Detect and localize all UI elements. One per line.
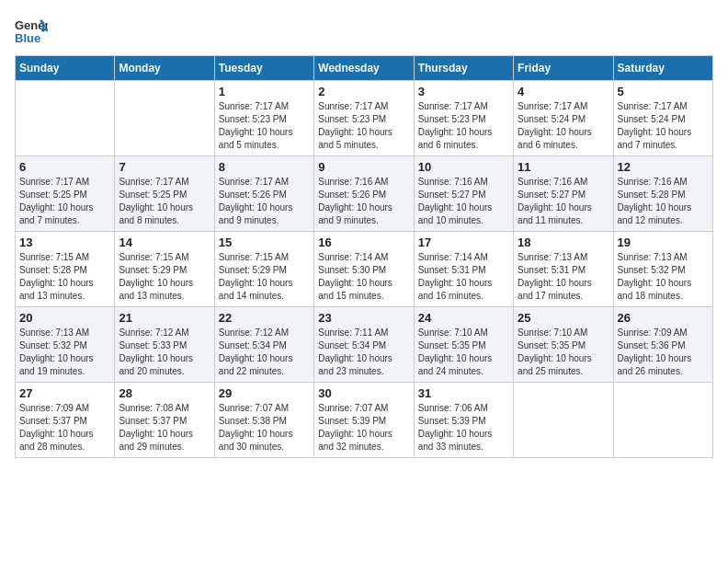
day-number: 16 (318, 236, 409, 249)
day-number: 7 (119, 160, 210, 174)
day-number: 6 (19, 160, 110, 174)
day-cell: 25Sunrise: 7:10 AMSunset: 5:35 PMDayligh… (514, 307, 613, 383)
day-info: Sunrise: 7:07 AMSunset: 5:38 PMDaylight:… (219, 402, 310, 454)
day-number: 12 (618, 160, 709, 174)
day-info: Sunrise: 7:15 AMSunset: 5:29 PMDaylight:… (119, 251, 210, 303)
week-row-2: 6Sunrise: 7:17 AMSunset: 5:25 PMDaylight… (16, 156, 713, 232)
day-info: Sunrise: 7:09 AMSunset: 5:36 PMDaylight:… (618, 327, 709, 378)
day-info: Sunrise: 7:12 AMSunset: 5:34 PMDaylight:… (219, 327, 310, 378)
day-cell: 1Sunrise: 7:17 AMSunset: 5:23 PMDaylight… (214, 81, 313, 156)
day-cell (514, 383, 613, 458)
day-cell: 13Sunrise: 7:15 AMSunset: 5:28 PMDayligh… (16, 232, 115, 307)
day-info: Sunrise: 7:09 AMSunset: 5:37 PMDaylight:… (19, 402, 110, 454)
week-row-3: 13Sunrise: 7:15 AMSunset: 5:28 PMDayligh… (16, 232, 713, 307)
day-number: 1 (219, 85, 310, 98)
week-row-5: 27Sunrise: 7:09 AMSunset: 5:37 PMDayligh… (16, 383, 713, 458)
day-cell: 11Sunrise: 7:16 AMSunset: 5:27 PMDayligh… (514, 156, 613, 232)
day-number: 21 (119, 311, 210, 325)
day-cell: 18Sunrise: 7:13 AMSunset: 5:31 PMDayligh… (514, 232, 613, 307)
day-number: 24 (418, 311, 509, 325)
day-number: 13 (19, 236, 110, 249)
day-number: 11 (518, 160, 609, 174)
day-cell: 15Sunrise: 7:15 AMSunset: 5:29 PMDayligh… (214, 232, 313, 307)
day-info: Sunrise: 7:15 AMSunset: 5:29 PMDaylight:… (219, 251, 310, 303)
week-row-4: 20Sunrise: 7:13 AMSunset: 5:32 PMDayligh… (16, 307, 713, 383)
day-cell: 14Sunrise: 7:15 AMSunset: 5:29 PMDayligh… (115, 232, 214, 307)
day-number: 18 (518, 236, 609, 249)
day-number: 27 (19, 386, 110, 400)
day-info: Sunrise: 7:17 AMSunset: 5:24 PMDaylight:… (618, 100, 709, 152)
day-number: 26 (618, 311, 709, 325)
day-cell: 29Sunrise: 7:07 AMSunset: 5:38 PMDayligh… (214, 383, 313, 458)
day-info: Sunrise: 7:17 AMSunset: 5:25 PMDaylight:… (19, 176, 110, 227)
weekday-header-wednesday: Wednesday (314, 56, 414, 81)
day-number: 23 (318, 311, 409, 325)
weekday-header-row: SundayMondayTuesdayWednesdayThursdayFrid… (16, 56, 713, 81)
day-cell: 30Sunrise: 7:07 AMSunset: 5:39 PMDayligh… (314, 383, 414, 458)
day-number: 22 (219, 311, 310, 325)
day-cell: 26Sunrise: 7:09 AMSunset: 5:36 PMDayligh… (613, 307, 712, 383)
day-number: 4 (518, 85, 609, 98)
day-number: 29 (219, 386, 310, 400)
day-number: 14 (119, 236, 210, 249)
day-cell: 10Sunrise: 7:16 AMSunset: 5:27 PMDayligh… (414, 156, 513, 232)
header: General Blue (15, 15, 713, 52)
day-info: Sunrise: 7:17 AMSunset: 5:23 PMDaylight:… (219, 100, 310, 152)
weekday-header-monday: Monday (115, 56, 214, 81)
day-number: 25 (518, 311, 609, 325)
day-info: Sunrise: 7:15 AMSunset: 5:28 PMDaylight:… (19, 251, 110, 303)
day-number: 9 (318, 160, 409, 174)
day-cell: 22Sunrise: 7:12 AMSunset: 5:34 PMDayligh… (214, 307, 313, 383)
day-info: Sunrise: 7:16 AMSunset: 5:28 PMDaylight:… (618, 176, 709, 227)
day-number: 19 (618, 236, 709, 249)
day-cell: 27Sunrise: 7:09 AMSunset: 5:37 PMDayligh… (16, 383, 115, 458)
day-cell: 19Sunrise: 7:13 AMSunset: 5:32 PMDayligh… (613, 232, 712, 307)
week-row-1: 1Sunrise: 7:17 AMSunset: 5:23 PMDaylight… (16, 81, 713, 156)
day-number: 31 (418, 386, 509, 400)
weekday-header-friday: Friday (514, 56, 613, 81)
day-info: Sunrise: 7:17 AMSunset: 5:25 PMDaylight:… (119, 176, 210, 227)
day-cell: 24Sunrise: 7:10 AMSunset: 5:35 PMDayligh… (414, 307, 513, 383)
day-info: Sunrise: 7:12 AMSunset: 5:33 PMDaylight:… (119, 327, 210, 378)
day-number: 17 (418, 236, 509, 249)
day-cell: 3Sunrise: 7:17 AMSunset: 5:23 PMDaylight… (414, 81, 513, 156)
day-cell: 7Sunrise: 7:17 AMSunset: 5:25 PMDaylight… (115, 156, 214, 232)
day-cell: 4Sunrise: 7:17 AMSunset: 5:24 PMDaylight… (514, 81, 613, 156)
day-info: Sunrise: 7:08 AMSunset: 5:37 PMDaylight:… (119, 402, 210, 454)
day-number: 20 (19, 311, 110, 325)
day-info: Sunrise: 7:17 AMSunset: 5:24 PMDaylight:… (518, 100, 609, 152)
day-cell: 8Sunrise: 7:17 AMSunset: 5:26 PMDaylight… (214, 156, 313, 232)
day-info: Sunrise: 7:10 AMSunset: 5:35 PMDaylight:… (418, 327, 509, 378)
day-info: Sunrise: 7:16 AMSunset: 5:27 PMDaylight:… (518, 176, 609, 227)
logo-icon: General Blue (15, 15, 48, 52)
day-info: Sunrise: 7:13 AMSunset: 5:31 PMDaylight:… (518, 251, 609, 303)
day-number: 5 (618, 85, 709, 98)
day-number: 3 (418, 85, 509, 98)
weekday-header-sunday: Sunday (16, 56, 115, 81)
day-info: Sunrise: 7:16 AMSunset: 5:26 PMDaylight:… (318, 176, 409, 227)
weekday-header-thursday: Thursday (414, 56, 513, 81)
day-cell: 28Sunrise: 7:08 AMSunset: 5:37 PMDayligh… (115, 383, 214, 458)
weekday-header-saturday: Saturday (613, 56, 712, 81)
weekday-header-tuesday: Tuesday (214, 56, 313, 81)
day-cell: 17Sunrise: 7:14 AMSunset: 5:31 PMDayligh… (414, 232, 513, 307)
day-info: Sunrise: 7:17 AMSunset: 5:23 PMDaylight:… (418, 100, 509, 152)
day-info: Sunrise: 7:14 AMSunset: 5:30 PMDaylight:… (318, 251, 409, 303)
day-cell: 16Sunrise: 7:14 AMSunset: 5:30 PMDayligh… (314, 232, 414, 307)
logo: General Blue (15, 15, 48, 52)
day-info: Sunrise: 7:10 AMSunset: 5:35 PMDaylight:… (518, 327, 609, 378)
day-number: 15 (219, 236, 310, 249)
calendar-table: SundayMondayTuesdayWednesdayThursdayFrid… (15, 55, 713, 458)
day-cell: 12Sunrise: 7:16 AMSunset: 5:28 PMDayligh… (613, 156, 712, 232)
day-info: Sunrise: 7:14 AMSunset: 5:31 PMDaylight:… (418, 251, 509, 303)
svg-text:Blue: Blue (15, 31, 40, 45)
day-info: Sunrise: 7:07 AMSunset: 5:39 PMDaylight:… (318, 402, 409, 454)
day-number: 8 (219, 160, 310, 174)
day-cell: 9Sunrise: 7:16 AMSunset: 5:26 PMDaylight… (314, 156, 414, 232)
day-number: 10 (418, 160, 509, 174)
day-number: 30 (318, 386, 409, 400)
day-number: 2 (318, 85, 409, 98)
day-number: 28 (119, 386, 210, 400)
day-cell: 5Sunrise: 7:17 AMSunset: 5:24 PMDaylight… (613, 81, 712, 156)
day-cell: 20Sunrise: 7:13 AMSunset: 5:32 PMDayligh… (16, 307, 115, 383)
